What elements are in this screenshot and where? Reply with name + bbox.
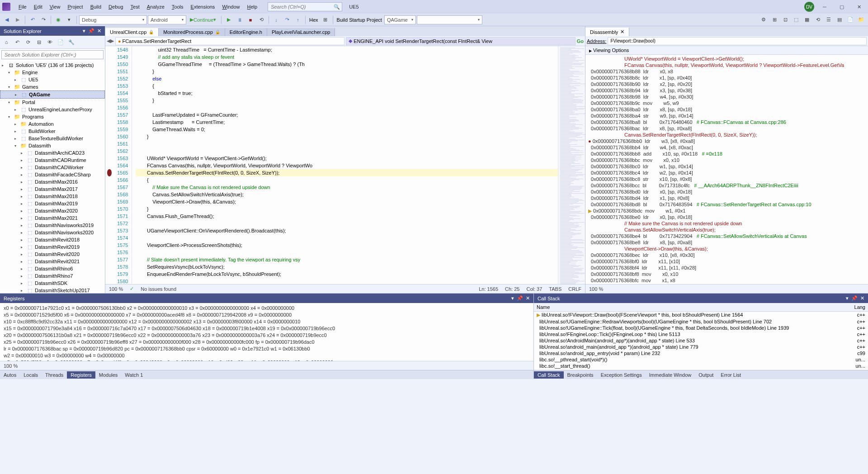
close-icon[interactable]: ✕	[860, 295, 864, 301]
tree-item[interactable]: ▸⬚DatasmithArchiCAD23	[0, 149, 105, 156]
tree-item[interactable]: ▸⬚DatasmithMax2016	[0, 178, 105, 185]
callstack-row[interactable]: libUnreal.so!UGameEngine::RedrawViewport…	[534, 318, 868, 325]
reg-zoom[interactable]: 100 %	[4, 363, 18, 369]
menu-view[interactable]: View	[46, 2, 64, 11]
tree-item[interactable]: ▸⬚DatasmithCADRuntime	[0, 156, 105, 164]
editor-tab[interactable]: EditorEngine.h	[225, 28, 267, 36]
btab-output[interactable]: Output	[695, 371, 717, 379]
nav-combo-1[interactable]: ● FCanvas.SetRenderTargetRect	[115, 37, 344, 45]
close-button[interactable]: ✕	[852, 1, 866, 12]
menu-tools[interactable]: Tools	[168, 2, 187, 11]
menu-test[interactable]: Test	[127, 2, 143, 11]
minimize-button[interactable]: ─	[818, 1, 831, 12]
tool5-icon[interactable]: ▦	[802, 15, 812, 25]
tree-item[interactable]: ▸⬚DatasmithNavisworks2019	[0, 222, 105, 229]
tool7-icon[interactable]: ☰	[824, 15, 834, 25]
btab-watch 1[interactable]: Watch 1	[121, 371, 146, 379]
platform-combo[interactable]: Android	[148, 15, 186, 24]
callstack-row[interactable]: ▶ libUnreal.so!FViewport::Draw(bool)(FSc…	[534, 312, 868, 318]
pause-icon[interactable]: ⏸	[235, 15, 245, 25]
tree-item[interactable]: ▾📁Datasmith	[0, 142, 105, 149]
callstack-content[interactable]: ▶ libUnreal.so!FViewport::Draw(bool)(FSc…	[534, 312, 868, 370]
tool8-icon[interactable]: ▤	[835, 15, 844, 25]
tree-item[interactable]: ▸⬚DatasmithMax2018	[0, 193, 105, 200]
tree-item[interactable]: ▸⬚BuildWorker	[0, 128, 105, 135]
search-box[interactable]: 🔍	[268, 2, 342, 11]
disasm-zoom[interactable]: 100 %	[589, 286, 603, 292]
hex-label[interactable]: Hex	[308, 17, 320, 23]
step-out-icon[interactable]: ↑	[293, 15, 303, 25]
se-collapse-icon[interactable]: ⊟	[34, 37, 44, 47]
menu-extensions[interactable]: Extensions	[187, 2, 219, 11]
tree-item[interactable]: ▸⬚DatasmithRevit2019	[0, 243, 105, 251]
btab-exception-settings[interactable]: Exception Settings	[597, 371, 646, 379]
pin2-icon[interactable]: 📌	[88, 28, 94, 34]
nav-back-icon[interactable]: ◀▶	[107, 38, 114, 44]
btab-modules[interactable]: Modules	[95, 371, 122, 379]
se-props-icon[interactable]: 🔧	[66, 37, 76, 47]
tree-item[interactable]: ▸⬚UE5	[0, 76, 105, 83]
menu-help[interactable]: Help	[244, 2, 261, 11]
redo-button[interactable]: ↷	[38, 15, 48, 25]
forward-button[interactable]: ▶	[13, 15, 23, 25]
empty-combo[interactable]	[417, 15, 482, 24]
pin-icon[interactable]: ▾	[846, 295, 849, 301]
tree-item[interactable]: ▾📁Programs	[0, 113, 105, 120]
tree-item[interactable]: ▸⬚DatasmithCADWorker	[0, 164, 105, 171]
hex-icon[interactable]: ⊞	[321, 15, 330, 25]
tree-item[interactable]: ▸⬚DatasmithMax2021	[0, 214, 105, 222]
continue-button[interactable]: ▶ Continue ▾	[187, 17, 219, 23]
tree-item[interactable]: ▸⬚BaseTextureBuildWorker	[0, 135, 105, 142]
se-back-icon[interactable]: ↶	[12, 37, 22, 47]
avatar[interactable]: DV	[804, 2, 814, 12]
search-input[interactable]	[271, 4, 334, 9]
tree-item[interactable]: ▸⬚DatasmithMax2019	[0, 200, 105, 207]
viewing-options[interactable]: ▶ Viewing Options	[585, 46, 868, 55]
menu-window[interactable]: Window	[218, 2, 243, 11]
btab-error-list[interactable]: Error List	[717, 371, 745, 379]
undo-button[interactable]: ↶	[28, 15, 38, 25]
cs-col-lang[interactable]: Lang	[843, 304, 865, 310]
menu-edit[interactable]: Edit	[30, 2, 46, 11]
btab-locals[interactable]: Locals	[20, 371, 42, 379]
tree-item[interactable]: ▸⬚DatasmithSDK	[0, 280, 105, 287]
se-files-icon[interactable]: 📄	[56, 37, 66, 47]
tree-item[interactable]: ▸⬚DatasmithMax2020	[0, 207, 105, 214]
se-show-icon[interactable]: 👁	[45, 37, 55, 47]
tree-item[interactable]: ▸⬚DatasmithMax2017	[0, 185, 105, 193]
menu-file[interactable]: File	[15, 2, 30, 11]
nav-combo-2[interactable]: ◆ ENGINE_API void SetRenderTargetRect(co…	[346, 37, 575, 45]
step-into-icon[interactable]: ↓	[271, 15, 281, 25]
new-button[interactable]: ◉	[53, 15, 63, 25]
menu-debug[interactable]: Debug	[105, 2, 127, 11]
pin2-icon[interactable]: 📌	[517, 295, 523, 301]
config-combo[interactable]: Debug	[79, 15, 147, 24]
close-icon[interactable]: ✕	[97, 28, 101, 34]
callstack-row[interactable]: libUnreal.so!UGameEngine::Tick(float, bo…	[534, 325, 868, 331]
editor-tab[interactable]: PlayLevelViaLauncher.cpp	[267, 28, 335, 36]
tool9-icon[interactable]: 📄	[845, 15, 855, 25]
game-combo[interactable]: QAGame	[384, 15, 416, 24]
callstack-row[interactable]: libUnreal.so!android_main(android_app *)…	[534, 344, 868, 350]
editor-tab[interactable]: UnrealClient.cpp 🔒	[105, 28, 159, 36]
zoom-label[interactable]: 100 %	[109, 286, 123, 292]
btab-breakpoints[interactable]: Breakpoints	[564, 371, 597, 379]
code-area[interactable]: 1548154915501551155215531554155515561557…	[105, 46, 585, 284]
tree-item[interactable]: ▸⬚DatasmithSketchUp2017	[0, 287, 105, 293]
tool10-icon[interactable]: 📁	[856, 15, 866, 25]
tree-item[interactable]: ▾📁Portal	[0, 99, 105, 106]
tree-item[interactable]: ▸⬚DatasmithRevit2018	[0, 236, 105, 243]
addr-input[interactable]: FViewport::Draw(bool)	[608, 37, 867, 45]
close-icon[interactable]: ✕	[620, 29, 624, 35]
callstack-row[interactable]: libUnreal.so!FEngineLoop::Tick()(FEngine…	[534, 331, 868, 337]
tool3-icon[interactable]: ⊡	[780, 15, 790, 25]
btab-threads[interactable]: Threads	[42, 371, 67, 379]
back-button[interactable]: ◀	[2, 15, 12, 25]
tool6-icon[interactable]: ⟲	[813, 15, 823, 25]
tree-item[interactable]: ▸📁Automation	[0, 120, 105, 128]
btab-call-stack[interactable]: Call Stack	[534, 371, 564, 379]
callstack-row[interactable]: libUnreal.so!android_app_entry(void * pa…	[534, 350, 868, 356]
stop-icon[interactable]: ■	[245, 15, 255, 25]
editor-tab[interactable]: MonitoredProcess.cpp 🔒	[159, 28, 225, 36]
disasm-tab[interactable]: Disassembly✕	[585, 28, 629, 36]
